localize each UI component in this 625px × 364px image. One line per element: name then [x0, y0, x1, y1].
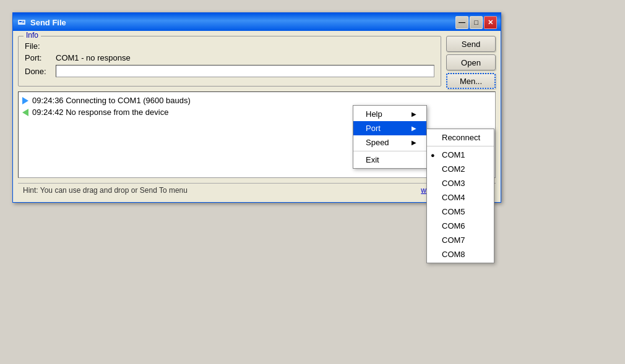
port-com7[interactable]: COM7 [427, 233, 494, 247]
context-menu: Help ▶ Port ▶ Speed ▶ Exit [353, 105, 427, 169]
port-com1[interactable]: COM1 [427, 148, 494, 162]
speed-label: Speed [366, 138, 389, 147]
info-group-label: Info [24, 31, 41, 40]
right-arrow-icon [22, 97, 28, 104]
menu-item-help[interactable]: Help ▶ [353, 107, 426, 121]
svg-rect-2 [22, 21, 24, 22]
progress-bar [56, 65, 434, 77]
com3-label: COM3 [442, 179, 465, 188]
com8-label: COM8 [442, 250, 465, 259]
left-panel: Info File: Port: COM1 - no response Done… [18, 36, 441, 91]
port-label: Port [366, 124, 381, 133]
com4-label: COM4 [442, 193, 465, 202]
port-reconnect[interactable]: Reconnect [427, 130, 494, 145]
com1-label: COM1 [442, 150, 465, 159]
menu-divider [353, 151, 426, 151]
window-title: Send File [30, 18, 455, 27]
exit-label: Exit [366, 155, 379, 164]
menu-item-speed[interactable]: Speed ▶ [353, 135, 426, 150]
left-arrow-icon [22, 109, 28, 116]
file-label: File: [25, 41, 56, 51]
info-group: Info File: Port: COM1 - no response Done… [18, 36, 441, 87]
port-value: COM1 - no response [56, 53, 131, 62]
file-row: File: [25, 41, 434, 51]
port-submenu: Reconnect COM1 COM2 COM3 COM4 COM5 COM6 … [426, 129, 494, 263]
window-icon [17, 17, 27, 27]
port-submenu-divider [427, 146, 494, 146]
hint-text: Hint: You can use drag and drop or Send … [23, 186, 188, 195]
log-text-1: 09:24:36 Connecting to COM1 (9600 bauds) [32, 96, 191, 105]
port-com8[interactable]: COM8 [427, 247, 494, 261]
titlebar-buttons: — □ ✕ [455, 16, 497, 29]
close-button[interactable]: ✕ [484, 16, 497, 29]
help-arrow: ▶ [412, 111, 416, 117]
port-com4[interactable]: COM4 [427, 190, 494, 205]
svg-rect-3 [22, 22, 24, 23]
help-label: Help [366, 109, 382, 119]
port-com3[interactable]: COM3 [427, 176, 494, 190]
com5-label: COM5 [442, 207, 465, 216]
port-row: Port: COM1 - no response [25, 53, 434, 62]
log-text-2: 09:24:42 No response from the device [32, 108, 168, 117]
port-com5[interactable]: COM5 [427, 205, 494, 219]
reconnect-label: Reconnect [442, 133, 480, 142]
open-button[interactable]: Open [446, 54, 496, 70]
menu-item-exit[interactable]: Exit [353, 153, 426, 167]
main-layout: Info File: Port: COM1 - no response Done… [18, 36, 496, 91]
maximize-button[interactable]: □ [470, 16, 483, 29]
port-arrow: ▶ [412, 125, 416, 132]
speed-arrow: ▶ [412, 139, 416, 146]
menu-button[interactable]: Men... [446, 73, 496, 89]
com2-label: COM2 [442, 164, 465, 174]
status-bar: Hint: You can use drag and drop or Send … [18, 183, 496, 197]
done-label: Done: [25, 67, 56, 76]
port-label: Port: [25, 53, 56, 62]
send-button[interactable]: Send [446, 36, 496, 52]
menu-item-port[interactable]: Port ▶ [353, 121, 426, 135]
svg-rect-1 [19, 21, 22, 22]
right-buttons: Send Open Men... [446, 36, 496, 91]
port-com6[interactable]: COM6 [427, 219, 494, 233]
titlebar: Send File — □ ✕ [13, 14, 501, 31]
com7-label: COM7 [442, 235, 465, 245]
port-com2[interactable]: COM2 [427, 162, 494, 176]
done-row: Done: [25, 65, 434, 77]
log-entry-1: 09:24:36 Connecting to COM1 (9600 bauds) [22, 96, 491, 105]
context-menu-container: Help ▶ Port ▶ Speed ▶ Exit Reconnect COM… [353, 105, 427, 169]
com6-label: COM6 [442, 221, 465, 231]
minimize-button[interactable]: — [455, 16, 468, 29]
